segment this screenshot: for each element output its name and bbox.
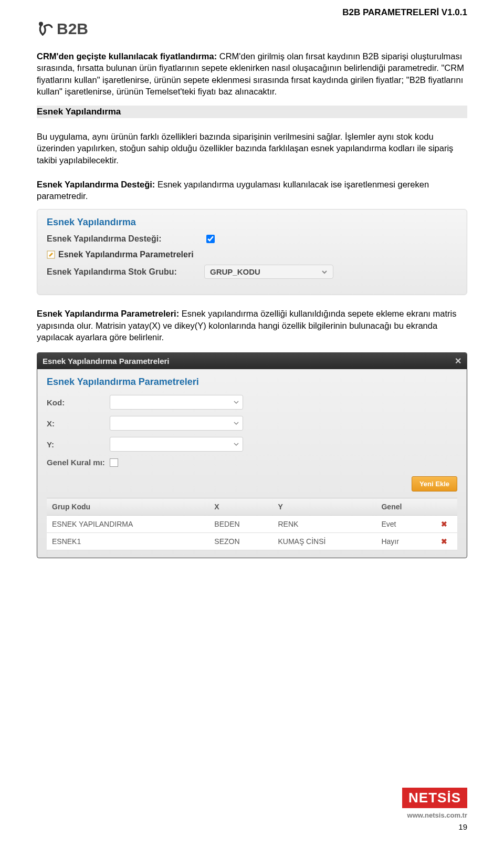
- kod-label: Kod:: [47, 398, 110, 407]
- genel-label: Genel Kural mı:: [47, 458, 110, 467]
- col-grup-kodu: Grup Kodu: [47, 498, 209, 516]
- delete-icon[interactable]: ✖: [431, 516, 457, 533]
- b2b-logo-text: B2B: [57, 20, 88, 38]
- cell-genel: Evet: [376, 516, 431, 533]
- delete-icon[interactable]: ✖: [431, 533, 457, 550]
- paragraph-flex-config-params: Esnek Yapılandırma Parametreleri: Esnek …: [37, 308, 467, 343]
- b2b-logo: B2B: [37, 20, 467, 38]
- chevron-down-icon: [321, 269, 328, 275]
- add-new-button[interactable]: Yeni Ekle: [412, 476, 457, 492]
- flex-config-support-label: Esnek Yapılandırma Desteği:: [47, 234, 204, 244]
- kod-combo[interactable]: [110, 395, 243, 410]
- paragraph-crm-pricing: CRM'den geçişte kullanılacak fiyatlandır…: [37, 50, 467, 97]
- x-label: X:: [47, 419, 110, 428]
- chevron-down-icon: [233, 420, 239, 426]
- chevron-down-icon: [233, 441, 239, 447]
- flex-config-params-link-text: Esnek Yapılandırma Parametreleri: [58, 250, 194, 259]
- paragraph-flex-config-params-label: Esnek Yapılandırma Parametreleri:: [37, 309, 179, 318]
- paragraph-flex-config-intro: Bu uygulama, aynı ürünün farklı özellikl…: [37, 131, 467, 166]
- table-row: ESNEK YAPILANDIRMA BEDEN RENK Evet ✖: [47, 516, 457, 533]
- close-icon[interactable]: ✕: [455, 356, 461, 366]
- flex-config-stock-group-label: Esnek Yapılandırma Stok Grubu:: [47, 267, 204, 277]
- cell-y: KUMAŞ CİNSİ: [272, 533, 376, 550]
- col-x: X: [209, 498, 272, 516]
- x-combo[interactable]: [110, 416, 243, 431]
- b2b-figure-icon: [37, 20, 54, 37]
- paragraph-crm-pricing-label: CRM'den geçişte kullanılacak fiyatlandır…: [37, 51, 217, 61]
- flex-config-stock-group-select[interactable]: GRUP_KODU: [204, 265, 333, 279]
- col-y: Y: [272, 498, 376, 516]
- y-combo[interactable]: [110, 437, 243, 452]
- flex-config-stock-group-value: GRUP_KODU: [210, 267, 260, 276]
- flex-config-panel-title: Esnek Yapılandırma: [47, 217, 457, 228]
- page-footer: NETSİS www.netsis.com.tr 19: [402, 788, 467, 831]
- section-heading-flex-config: Esnek Yapılandırma: [37, 106, 467, 118]
- chevron-down-icon: [233, 399, 239, 405]
- genel-checkbox[interactable]: [110, 458, 118, 467]
- table-row: ESNEK1 SEZON KUMAŞ CİNSİ Hayır ✖: [47, 533, 457, 550]
- document-title: B2B PARAMETRELERİ V1.0.1: [342, 7, 467, 18]
- cell-y: RENK: [272, 516, 376, 533]
- dialog-title-text: Esnek Yapılandırma Parametreleri: [43, 357, 170, 365]
- cell-grup: ESNEK YAPILANDIRMA: [47, 516, 209, 533]
- dialog-titlebar: Esnek Yapılandırma Parametreleri ✕: [37, 353, 467, 369]
- netsis-logo: NETSİS: [402, 788, 467, 808]
- flex-config-params-link[interactable]: Esnek Yapılandırma Parametreleri: [47, 250, 457, 259]
- edit-icon: [47, 250, 55, 259]
- cell-x: SEZON: [209, 533, 272, 550]
- y-label: Y:: [47, 440, 110, 449]
- rules-table: Grup Kodu X Y Genel ESNEK YAPILANDIRMA B…: [47, 498, 457, 550]
- flex-config-panel: Esnek Yapılandırma Esnek Yapılandırma De…: [37, 209, 467, 295]
- paragraph-flex-config-support-label: Esnek Yapılandırma Desteği:: [37, 180, 155, 189]
- paragraph-flex-config-support: Esnek Yapılandırma Desteği: Esnek yapıla…: [37, 179, 467, 202]
- col-genel: Genel: [376, 498, 431, 516]
- table-header-row: Grup Kodu X Y Genel: [47, 498, 457, 516]
- netsis-url: www.netsis.com.tr: [402, 811, 467, 819]
- cell-grup: ESNEK1: [47, 533, 209, 550]
- col-delete: [431, 498, 457, 516]
- flex-config-support-checkbox[interactable]: [206, 235, 215, 243]
- cell-x: BEDEN: [209, 516, 272, 533]
- flex-config-params-dialog: Esnek Yapılandırma Parametreleri ✕ Esnek…: [37, 352, 467, 558]
- page-number: 19: [402, 822, 467, 831]
- cell-genel: Hayır: [376, 533, 431, 550]
- dialog-group-title: Esnek Yapılandırma Parametreleri: [47, 377, 457, 388]
